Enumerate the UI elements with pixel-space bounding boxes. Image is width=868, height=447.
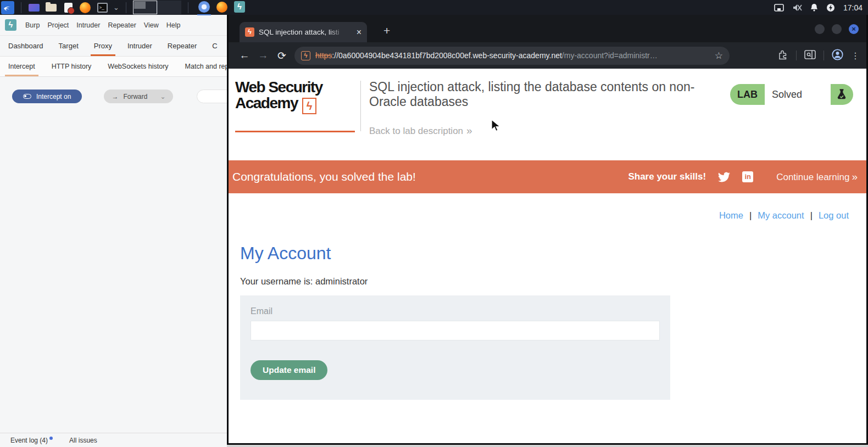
logo-line1: Web Security	[235, 80, 322, 96]
kebab-menu-icon[interactable]: ⋮	[851, 51, 860, 61]
nav-my-account-link[interactable]: My account	[758, 210, 804, 220]
toolbar-separator	[824, 51, 824, 60]
forward-button[interactable]: →	[254, 49, 272, 62]
subtab-intercept[interactable]: Intercept	[8, 57, 35, 76]
double-chevron-icon: »	[852, 171, 858, 182]
congratulations-banner: Congratulations, you solved the lab! Sha…	[229, 160, 866, 193]
browser-tab[interactable]: ϟ SQL injection attack, listi ×	[240, 22, 367, 42]
tab-close-icon[interactable]: ×	[357, 27, 361, 37]
menu-repeater[interactable]: Repeater	[108, 21, 136, 29]
drop-button-cutoff[interactable]	[197, 90, 227, 103]
nav-home-link[interactable]: Home	[719, 210, 743, 220]
burp-menubar: ϟ Burp Project Intruder Repeater View He…	[0, 15, 227, 36]
email-form-panel: Email Update email	[240, 295, 670, 400]
dock-chromium-icon[interactable]	[198, 1, 210, 14]
double-chevron-icon: »	[466, 125, 472, 136]
update-email-button[interactable]: Update email	[251, 360, 327, 380]
menu-project[interactable]: Project	[47, 21, 69, 29]
chevron-down-icon[interactable]: ⌄	[113, 5, 119, 10]
bookmark-star-icon[interactable]: ☆	[715, 50, 723, 62]
back-button[interactable]: ←	[235, 49, 254, 62]
taskbar: >_ ⌄ ϟ 17:04	[0, 0, 868, 15]
dock-burpsuite-icon[interactable]: ϟ	[234, 1, 245, 14]
text-editor-icon[interactable]	[62, 2, 74, 14]
workspace-2[interactable]	[157, 1, 181, 14]
address-bar[interactable]: ϟ https://0a60004904be434181bf7bd2008c00…	[294, 47, 730, 65]
toolbar-separator	[796, 51, 797, 60]
lab-status-widget: LAB Solved	[730, 84, 853, 105]
continue-learning-link[interactable]: Continue learning»	[776, 171, 866, 183]
chevron-down-icon[interactable]: ⌄	[160, 93, 165, 100]
notifications-bell-icon[interactable]	[810, 3, 818, 12]
menu-help[interactable]: Help	[166, 21, 181, 29]
subtab-http-history[interactable]: HTTP history	[52, 57, 92, 76]
url-path: /my-account?id=administr…	[562, 51, 658, 60]
network-icon[interactable]	[774, 4, 784, 12]
terminal-window-icon[interactable]	[28, 2, 40, 14]
file-manager-icon[interactable]	[45, 2, 57, 14]
web-security-academy-logo[interactable]: Web Security Academyϟ	[235, 80, 322, 113]
all-issues-button[interactable]: All issues	[69, 437, 97, 444]
logo-underline	[235, 131, 355, 132]
username-line: Your username is: administrator	[240, 276, 368, 287]
site-info-chip-icon[interactable]: ϟ	[301, 51, 310, 60]
share-skills-label: Share your skills!	[628, 171, 706, 182]
firefox-icon[interactable]	[79, 2, 91, 14]
lab-status-text: Solved	[765, 84, 831, 105]
linkedin-icon[interactable]: in	[742, 171, 753, 182]
url-text[interactable]: https://0a60004904be434181bf7bd2008c00ef…	[315, 51, 710, 60]
tab-intruder[interactable]: Intruder	[127, 36, 152, 56]
tab-target[interactable]: Target	[59, 36, 79, 56]
audio-muted-icon[interactable]	[792, 4, 802, 12]
burp-status-bar: Event log (4) All issues	[0, 433, 227, 447]
taskbar-separator	[21, 2, 21, 13]
back-to-lab-description-link[interactable]: Back to lab description»	[369, 125, 472, 137]
browser-window: ϟ SQL injection attack, listi × + × ← → …	[227, 15, 868, 445]
twitter-icon[interactable]	[718, 172, 730, 182]
workspace-switcher[interactable]	[133, 1, 181, 14]
tab-dashboard[interactable]: Dashboard	[8, 36, 43, 56]
banner-message: Congratulations, you solved the lab!	[229, 170, 628, 183]
email-input[interactable]	[251, 321, 660, 340]
maximize-button[interactable]	[832, 24, 842, 34]
nav-separator: |	[743, 210, 758, 220]
workspace-1[interactable]	[133, 1, 157, 14]
burp-intercept-toolbar: Intercept on → Forward ⌄	[0, 90, 227, 103]
nav-log-out-link[interactable]: Log out	[819, 210, 849, 220]
power-indicator-icon[interactable]	[826, 3, 835, 12]
tab-collaborator-cutoff[interactable]: C	[212, 36, 217, 56]
tab-repeater[interactable]: Repeater	[168, 36, 197, 56]
subtab-match-and-replace[interactable]: Match and rep	[185, 57, 227, 76]
dock-firefox-icon[interactable]	[216, 2, 227, 14]
toggle-icon	[23, 94, 31, 99]
url-scheme: https	[315, 51, 332, 60]
lab-title: SQL injection attack, listing the databa…	[369, 80, 721, 109]
menu-burp[interactable]: Burp	[25, 21, 40, 29]
new-tab-button[interactable]: +	[383, 25, 390, 36]
side-panel-search-icon[interactable]	[804, 50, 816, 62]
close-window-button[interactable]: ×	[849, 24, 859, 34]
tab-proxy[interactable]: Proxy	[94, 36, 112, 56]
menu-view[interactable]: View	[144, 21, 159, 29]
extension-icon[interactable]	[777, 49, 788, 62]
forward-button[interactable]: → Forward ⌄	[104, 90, 173, 103]
menu-intruder[interactable]: Intruder	[76, 21, 100, 29]
event-log-button[interactable]: Event log (4)	[10, 437, 53, 444]
logo-line2: Academyϟ	[235, 96, 322, 113]
my-account-heading: My Account	[240, 243, 331, 264]
browser-tabstrip: ϟ SQL injection attack, listi × + ×	[229, 15, 866, 42]
subtab-websockets-history[interactable]: WebSockets history	[108, 57, 168, 76]
burp-main-tabs: Dashboard Target Proxy Intruder Repeater…	[0, 36, 227, 57]
intercept-toggle-button[interactable]: Intercept on	[12, 90, 82, 103]
account-nav: Home|My account|Log out	[719, 210, 849, 221]
lab-badge-label: LAB	[730, 89, 765, 100]
tab-title: SQL injection attack, listi	[259, 28, 347, 36]
reload-button[interactable]: ⟳	[272, 49, 291, 62]
minimize-button[interactable]	[815, 24, 825, 34]
forward-arrow-icon: →	[112, 93, 118, 100]
taskbar-separator	[126, 2, 126, 13]
header-divider	[360, 81, 361, 131]
terminal-icon[interactable]: >_	[96, 2, 108, 14]
kali-menu-icon[interactable]	[1, 1, 14, 14]
profile-icon[interactable]	[832, 49, 843, 63]
